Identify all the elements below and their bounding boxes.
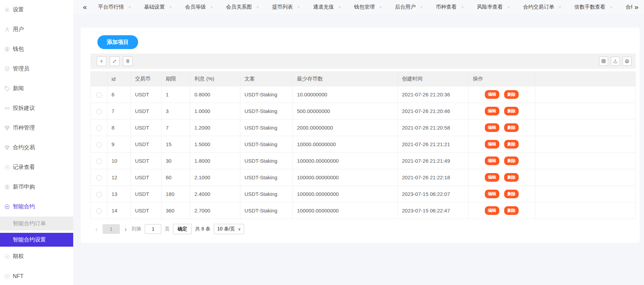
- collapse-left-icon[interactable]: «: [81, 0, 89, 14]
- column-header: 利息 (%): [190, 72, 240, 86]
- sidebar-item[interactable]: 合约交易: [0, 138, 73, 158]
- tab[interactable]: 提币列表 ×: [263, 0, 304, 14]
- tab-label: 合约交易管理: [626, 4, 633, 10]
- sidebar-item[interactable]: 用户: [0, 20, 73, 39]
- sidebar-item[interactable]: 智能合约: [0, 197, 73, 217]
- row-radio[interactable]: [96, 109, 102, 114]
- tab-close-icon[interactable]: ×: [169, 5, 172, 9]
- tab-label: 风险率查看: [477, 4, 503, 10]
- columns-filter-button[interactable]: [599, 57, 608, 66]
- confirm-button[interactable]: 确定: [173, 224, 192, 234]
- tab-close-icon[interactable]: ×: [210, 5, 213, 9]
- collapse-right-icon[interactable]: »: [632, 0, 641, 14]
- sidebar-item[interactable]: 智能合约订单: [0, 217, 73, 230]
- tab[interactable]: 会员等级 ×: [176, 0, 217, 14]
- table-row: 14 USDT 360 2.7000 USDT-Staking 100000.0…: [91, 202, 636, 219]
- edit-button[interactable]: 编辑: [485, 173, 499, 182]
- sidebar-item[interactable]: NFT: [0, 266, 73, 285]
- page-size-select[interactable]: 10 条/页 ∨: [214, 224, 244, 234]
- goto-page-input[interactable]: [145, 224, 161, 234]
- edit-button[interactable]: 编辑: [485, 90, 499, 99]
- tab-close-icon[interactable]: ×: [128, 5, 131, 9]
- edit-button[interactable]: 编辑: [485, 123, 499, 132]
- edit-button[interactable]: 编辑: [485, 190, 499, 198]
- add-item-button[interactable]: 添加项目: [97, 35, 138, 49]
- content-card: 添加项目: [81, 28, 640, 243]
- sidebar-item[interactable]: 记录查看: [0, 158, 73, 177]
- cell-period: 360: [162, 202, 190, 219]
- edit-button[interactable]: 编辑: [485, 107, 499, 115]
- edit-button[interactable]: 编辑: [485, 156, 499, 165]
- print-button[interactable]: [623, 57, 632, 66]
- cell-interest: 1.8000: [190, 153, 240, 169]
- cell-id: 13: [107, 186, 131, 202]
- next-page-icon[interactable]: ›: [123, 226, 128, 232]
- table-zone: id 交易币 期限 利息 (%) 文案 最少存币数 创建时间: [90, 54, 636, 234]
- tab-close-icon[interactable]: ×: [338, 5, 341, 9]
- delete-row-button[interactable]: [123, 56, 133, 66]
- sidebar-item[interactable]: 期权: [0, 247, 73, 266]
- tab[interactable]: 合约交易订单 ×: [514, 0, 566, 14]
- delete-button[interactable]: 删除: [504, 123, 519, 132]
- sidebar-item[interactable]: 智能合约设置: [0, 233, 73, 247]
- row-radio[interactable]: [96, 175, 102, 181]
- tab-close-icon[interactable]: ×: [379, 5, 382, 9]
- cell-min-deposit: 100000.00000000: [293, 169, 398, 186]
- current-page-button[interactable]: 1: [103, 224, 120, 234]
- sidebar-item[interactable]: 投拆建议: [0, 98, 73, 118]
- delete-button[interactable]: 删除: [504, 173, 519, 182]
- add-row-button[interactable]: [97, 56, 106, 66]
- tab[interactable]: 钱包管理 ×: [345, 0, 386, 14]
- delete-button[interactable]: 删除: [504, 107, 519, 115]
- delete-button[interactable]: 删除: [504, 156, 519, 165]
- row-radio[interactable]: [96, 92, 102, 98]
- sidebar-item-label: 合约交易: [13, 144, 35, 151]
- edit-button[interactable]: 编辑: [485, 206, 499, 215]
- sidebar-item[interactable]: 币种管理: [0, 118, 73, 138]
- tab-close-icon[interactable]: ×: [559, 5, 561, 9]
- tab-close-icon[interactable]: ×: [297, 5, 300, 9]
- tab[interactable]: 通道充值 ×: [304, 0, 345, 14]
- page-size-value: 10 条/页: [217, 226, 235, 232]
- row-radio[interactable]: [96, 192, 102, 197]
- row-radio[interactable]: [96, 159, 102, 164]
- tab-close-icon[interactable]: ×: [461, 5, 464, 9]
- row-radio[interactable]: [96, 142, 102, 148]
- cell-text: USDT-Staking: [240, 86, 293, 103]
- tab[interactable]: 风险率查看 ×: [468, 0, 514, 14]
- row-radio[interactable]: [96, 208, 102, 214]
- tag-icon: [4, 86, 10, 92]
- delete-button[interactable]: 删除: [504, 206, 519, 215]
- sidebar-item[interactable]: 新币申购: [0, 177, 73, 197]
- sidebar-item[interactable]: 新闻: [0, 79, 73, 98]
- table-header-row: id 交易币 期限 利息 (%) 文案 最少存币数 创建时间: [91, 72, 636, 86]
- tab[interactable]: 会员关系图 ×: [217, 0, 263, 14]
- sidebar-item[interactable]: 管理员: [0, 59, 73, 79]
- tab[interactable]: 合约交易管理: [617, 0, 633, 14]
- sidebar-item[interactable]: 设置: [0, 0, 73, 20]
- edit-button[interactable]: 编辑: [485, 140, 499, 149]
- column-header: 操作: [469, 72, 535, 86]
- sidebar-item-label: 智能合约设置: [13, 236, 46, 244]
- delete-button[interactable]: 删除: [504, 140, 519, 149]
- edit-row-button[interactable]: [110, 56, 119, 66]
- sidebar-item[interactable]: 钱包: [0, 39, 73, 59]
- tab[interactable]: 币种查看 ×: [427, 0, 468, 14]
- tab-close-icon[interactable]: ×: [420, 5, 423, 9]
- tab[interactable]: 平台币行情 ×: [89, 0, 135, 14]
- tab[interactable]: 基础设置 ×: [135, 0, 176, 14]
- tab[interactable]: 倍数手数查看 ×: [565, 0, 617, 14]
- tab-close-icon[interactable]: ×: [507, 5, 510, 9]
- cell-interest: 2.4000: [190, 186, 240, 202]
- export-button[interactable]: [611, 57, 620, 66]
- delete-button[interactable]: 删除: [504, 90, 519, 99]
- cell-empty: [535, 86, 636, 103]
- sidebar-item-label: 币种管理: [13, 124, 35, 132]
- prev-page-icon[interactable]: ‹: [94, 226, 99, 232]
- tab-close-icon[interactable]: ×: [610, 5, 613, 9]
- row-radio[interactable]: [96, 125, 102, 131]
- tab[interactable]: 后台用户 ×: [386, 0, 427, 14]
- delete-button[interactable]: 删除: [504, 190, 519, 198]
- cell-id: 6: [107, 86, 131, 103]
- tab-close-icon[interactable]: ×: [256, 5, 259, 9]
